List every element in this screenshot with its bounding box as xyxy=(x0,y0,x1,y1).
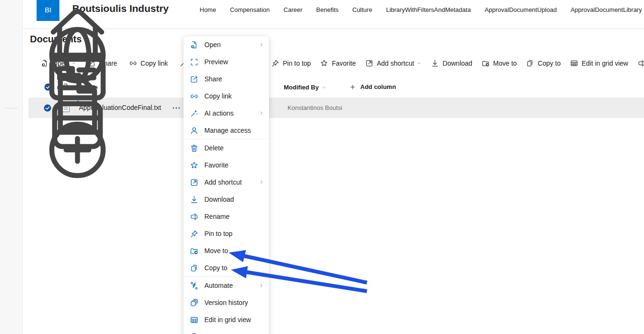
nav-item-benefits[interactable]: Benefits xyxy=(316,6,338,13)
pin-to-top-button-label: Pin to top xyxy=(283,59,311,67)
menu-item-label: Add shortcut xyxy=(204,178,242,186)
download-button-label: Download xyxy=(442,59,472,67)
menu-item-version-history[interactable]: Version history xyxy=(183,294,269,311)
move-to-button[interactable]: Move to xyxy=(481,59,517,68)
menu-item-share[interactable]: Share xyxy=(183,70,269,88)
nav-item-home[interactable]: Home xyxy=(200,6,216,13)
trash-icon xyxy=(190,144,199,153)
column-header-modified-by[interactable]: Modified By xyxy=(284,84,327,91)
menu-item-label: Automate xyxy=(204,282,233,289)
info-circle-icon xyxy=(190,333,199,334)
menu-item-pin-to-top[interactable]: Pin to top xyxy=(183,225,269,242)
menu-item-delete[interactable]: Delete xyxy=(183,139,269,157)
add-column-label: Add column xyxy=(360,83,396,90)
menu-item-label: Delete xyxy=(204,144,223,152)
menu-item-label: AI actions xyxy=(204,109,233,117)
menu-item-preview[interactable]: Preview xyxy=(183,53,269,70)
favorite-button-label: Favorite xyxy=(332,59,356,67)
copy-to-icon xyxy=(190,264,199,273)
download-button[interactable]: Download xyxy=(431,59,472,68)
menu-item-add-shortcut[interactable]: Add shortcut xyxy=(183,174,269,191)
move-to-icon xyxy=(481,59,490,68)
menu-item-label: Download xyxy=(204,196,234,203)
shortcut-icon xyxy=(190,178,199,187)
move-to-button-label: Move to xyxy=(493,59,517,67)
pin-icon xyxy=(190,229,199,238)
rename-icon xyxy=(190,212,199,221)
home-icon[interactable] xyxy=(6,0,17,8)
menu-item-rename[interactable]: Rename xyxy=(183,208,269,225)
more-actions-icon[interactable] xyxy=(172,105,181,111)
menu-item-label: Copy link xyxy=(204,92,232,100)
context-menu: Open Preview Share Copy link AI actions … xyxy=(183,36,269,334)
rename-button-clipped[interactable] xyxy=(637,59,644,68)
preview-icon xyxy=(190,58,199,67)
pin-to-top-button[interactable]: Pin to top xyxy=(271,59,311,68)
rail-divider xyxy=(4,108,18,108)
menu-item-label: Pin to top xyxy=(204,230,232,237)
nav-item-librarywithfiltersandmetadata[interactable]: LibraryWithFiltersAndMetadata xyxy=(386,6,471,13)
grid-icon xyxy=(190,315,199,324)
edit-in-grid-view-button[interactable]: Edit in grid view xyxy=(570,59,628,68)
plus-icon xyxy=(349,84,356,90)
nav-item-compensation[interactable]: Compensation xyxy=(230,6,270,13)
menu-item-label: Manage access xyxy=(204,127,251,134)
menu-item-download[interactable]: Download xyxy=(183,191,269,208)
favorite-button[interactable]: Favorite xyxy=(320,59,356,68)
menu-item-copy-link[interactable]: Copy link xyxy=(183,88,269,105)
chevron-right-icon xyxy=(259,110,264,116)
menu-item-label: Favorite xyxy=(204,161,229,169)
menu-item-copy-to[interactable]: Copy to xyxy=(183,259,269,276)
modified-by-value[interactable]: Konstantinos Boutsiou xyxy=(288,104,342,111)
app-rail xyxy=(0,0,23,334)
nav-item-approvaldocumentupload[interactable]: ApprovalDocumentUpload xyxy=(485,6,557,13)
open-doc-icon xyxy=(190,40,199,49)
library-icon[interactable] xyxy=(6,89,17,100)
chevron-down-icon xyxy=(417,61,422,66)
menu-item-label: Open xyxy=(204,41,221,49)
column-header-modified-by-label: Modified By xyxy=(284,84,319,91)
menu-item-automate[interactable]: Automate xyxy=(183,277,269,294)
star-icon xyxy=(190,161,199,170)
menu-item-partial[interactable] xyxy=(183,328,269,334)
nav-item-career[interactable]: Career xyxy=(284,6,303,13)
nav-item-culture[interactable]: Culture xyxy=(352,6,372,13)
share-icon xyxy=(190,75,199,84)
move-to-icon xyxy=(190,246,199,255)
news-icon[interactable] xyxy=(6,43,17,53)
version-history-icon xyxy=(190,298,199,307)
nav-item-approvaldocumentlibrary[interactable]: ApprovalDocumentLibrary xyxy=(570,6,642,13)
grid-icon xyxy=(570,59,578,68)
document-icon[interactable] xyxy=(6,66,17,77)
menu-item-label: Rename xyxy=(204,213,230,220)
globe-icon[interactable] xyxy=(6,20,17,30)
copy-to-button-label: Copy to xyxy=(538,59,560,67)
add-shortcut-button-label: Add shortcut xyxy=(377,59,414,67)
menu-item-move-to[interactable]: Move to xyxy=(183,242,269,259)
copy-to-button[interactable]: Copy to xyxy=(526,59,560,68)
automate-icon xyxy=(190,281,199,290)
command-bar-right: Pin to top Favorite Add shortcut Downloa… xyxy=(271,54,644,73)
menu-item-label: Preview xyxy=(204,58,228,66)
menu-item-favorite[interactable]: Favorite xyxy=(183,157,269,174)
menu-item-label: Version history xyxy=(204,299,248,306)
person-icon xyxy=(190,126,199,135)
menu-item-edit-in-grid-view[interactable]: Edit in grid view xyxy=(183,311,269,328)
menu-item-label: Edit in grid view xyxy=(204,316,251,324)
download-icon xyxy=(431,59,439,68)
shortcut-icon xyxy=(365,59,374,68)
menu-item-manage-access[interactable]: Manage access xyxy=(183,122,269,139)
copy-to-icon xyxy=(526,59,534,68)
rename-icon xyxy=(637,59,644,68)
chevron-right-icon xyxy=(259,179,264,185)
site-nav: Home Compensation Career Benefits Cultur… xyxy=(200,0,642,19)
edit-in-grid-view-button-label: Edit in grid view xyxy=(582,59,628,67)
menu-item-open[interactable]: Open xyxy=(183,36,269,53)
add-icon[interactable] xyxy=(6,114,17,125)
menu-item-ai-actions[interactable]: AI actions xyxy=(183,105,269,122)
chevron-right-icon xyxy=(259,42,264,48)
add-column-button[interactable]: Add column xyxy=(349,83,396,90)
link-icon xyxy=(190,92,199,101)
add-shortcut-button[interactable]: Add shortcut xyxy=(365,59,422,68)
star-icon xyxy=(320,59,328,68)
